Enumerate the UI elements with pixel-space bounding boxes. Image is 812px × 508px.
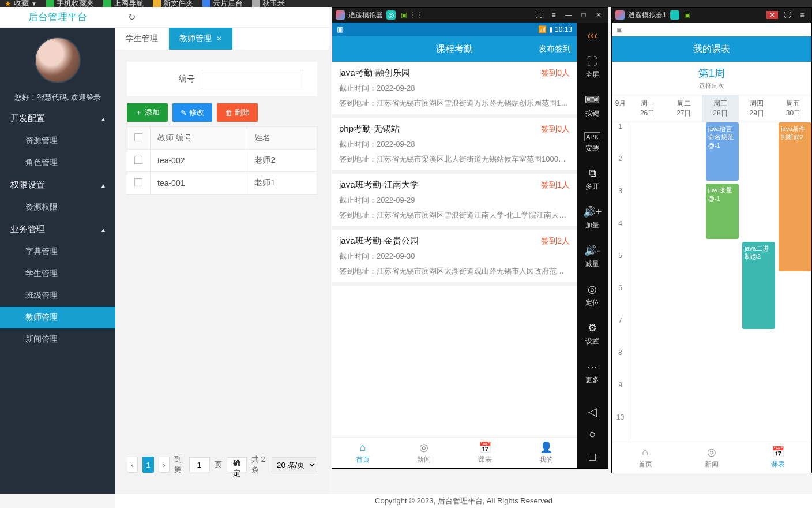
- rail-location[interactable]: ◎定位: [585, 283, 599, 308]
- page-next[interactable]: ›: [159, 457, 170, 473]
- android-icon: ▣: [683, 10, 692, 20]
- android-back-icon[interactable]: ◁: [588, 400, 597, 423]
- table-row[interactable]: tea-001 老师1: [127, 172, 317, 195]
- menu-group-perm[interactable]: 权限设置▴: [0, 174, 115, 196]
- add-button[interactable]: ＋ 添加: [127, 103, 168, 122]
- maximize-icon[interactable]: □: [578, 11, 589, 19]
- page-number[interactable]: 1: [142, 457, 153, 473]
- page-goto-input[interactable]: [189, 457, 210, 472]
- nav-news[interactable]: ◎新闻: [678, 442, 745, 473]
- rail-voldown[interactable]: 🔊-减量: [584, 244, 600, 269]
- rail-install[interactable]: APK安装: [584, 132, 600, 154]
- course-block[interactable]: java条件判断@2: [779, 122, 811, 271]
- attendance-list[interactable]: java考勤-融创乐园签到0人 截止时间：2022-09-28 签到地址：江苏省…: [332, 62, 577, 320]
- sidebar-item-news[interactable]: 新闻管理: [0, 328, 115, 350]
- nav-schedule[interactable]: 📅课表: [454, 438, 516, 468]
- rail-fullscreen[interactable]: ⛶全屏: [585, 55, 599, 80]
- rail-multi[interactable]: ⧉多开: [585, 167, 599, 192]
- footer: Copyright © 2023, 后台管理平台, All Rights Res…: [115, 494, 812, 508]
- nav-news[interactable]: ◎新闻: [393, 438, 454, 468]
- app-header: 我的课表: [612, 36, 811, 62]
- rail-collapse[interactable]: ‹‹‹: [587, 29, 597, 42]
- page-prev[interactable]: ‹: [127, 457, 138, 473]
- android-home-icon[interactable]: ○: [589, 423, 596, 446]
- checkbox-all[interactable]: [134, 133, 142, 141]
- emulator-titlebar[interactable]: 逍遥模拟器1 ▣ ✕ ⛶ ≡: [612, 8, 811, 23]
- tab-teacher[interactable]: 教师管理✕: [169, 28, 233, 50]
- emulator-window-2: 逍遥模拟器1 ▣ ✕ ⛶ ≡ ▣ 我的课表 第1周 选择周次 9月 周一26日 …: [611, 7, 812, 473]
- delete-button[interactable]: 🗑 删除: [217, 103, 258, 122]
- sidebar-item-teacher[interactable]: 教师管理: [0, 307, 115, 328]
- schedule-grid[interactable]: 12 34 56 78 910 java语言命名规范@-1 java变量@-1 …: [612, 122, 811, 446]
- multi-instance-icon[interactable]: [670, 10, 679, 20]
- close-icon[interactable]: ✕: [766, 11, 778, 19]
- course-block[interactable]: java语言命名规范@-1: [706, 122, 739, 181]
- sidebar: 您好！智慧代码, 欢迎登录 开发配置▴ 资源管理 角色管理 权限设置▴ 资源权限…: [0, 28, 115, 494]
- bookmark-item[interactable]: 新文件夹: [153, 0, 193, 7]
- refresh-icon[interactable]: ↻: [128, 12, 136, 23]
- fullscreen-icon[interactable]: ⛶: [781, 11, 793, 19]
- welcome-text: 您好！智慧代码, 欢迎登录: [14, 92, 101, 103]
- home-icon: ⌂: [360, 442, 366, 454]
- nav-schedule[interactable]: 📅课表: [745, 442, 811, 473]
- news-icon: ◎: [707, 446, 716, 458]
- rail-settings[interactable]: ⚙设置: [585, 322, 599, 346]
- bottom-nav: ⌂首页 ◎新闻 📅课表 👤我的: [332, 437, 577, 468]
- list-item[interactable]: java考勤-融创乐园签到0人 截止时间：2022-09-28 签到地址：江苏省…: [332, 62, 577, 118]
- list-item[interactable]: java班考勤-金贵公园签到2人 截止时间：2022-09-30 签到地址：江苏…: [332, 230, 577, 286]
- sidebar-item-dict[interactable]: 字典管理: [0, 241, 115, 263]
- nav-me[interactable]: 👤我的: [516, 438, 577, 468]
- tab-student[interactable]: 学生管理: [115, 28, 169, 50]
- sidebar-item-resperm[interactable]: 资源权限: [0, 196, 115, 218]
- sidebar-item-student[interactable]: 学生管理: [0, 263, 115, 285]
- day-col[interactable]: 周四29日: [739, 95, 775, 122]
- emulator-titlebar[interactable]: 逍遥模拟器 ◎ ▣ ⋮⋮ ⛶ ≡ — □ ✕: [332, 8, 608, 23]
- menu-group-biz[interactable]: 业务管理▴: [0, 218, 115, 241]
- course-block[interactable]: java二进制@2: [742, 242, 775, 329]
- close-icon[interactable]: ✕: [593, 11, 604, 19]
- course-block[interactable]: java变量@-1: [706, 184, 739, 238]
- nav-home[interactable]: ⌂首页: [612, 442, 678, 473]
- search-input[interactable]: [201, 70, 304, 88]
- table-row[interactable]: tea-002 老师2: [127, 150, 317, 172]
- list-item[interactable]: php考勤-无锡站签到0人 截止时间：2022-09-28 签到地址：江苏省无锡…: [332, 118, 577, 174]
- day-col[interactable]: 周二27日: [666, 95, 702, 122]
- menu-group-dev[interactable]: 开发配置▴: [0, 107, 115, 130]
- checkbox[interactable]: [134, 156, 142, 164]
- page-size-select[interactable]: 20 条/页: [272, 457, 317, 472]
- fullscreen-icon[interactable]: ⛶: [533, 11, 544, 19]
- bookmark-item[interactable]: 手机收藏夹: [46, 0, 94, 7]
- sidebar-item-resource[interactable]: 资源管理: [0, 130, 115, 152]
- wifi-icon: 📶: [538, 25, 547, 33]
- nav-home[interactable]: ⌂首页: [332, 438, 393, 468]
- android-recent-icon[interactable]: □: [589, 446, 596, 468]
- day-col[interactable]: 周三28日: [702, 95, 738, 122]
- admin-panel: 后台管理平台 ↻ 您好！智慧代码, 欢迎登录 开发配置▴ 资源管理 角色管理 权…: [0, 7, 329, 494]
- bookmark-item[interactable]: 云片后台: [202, 0, 243, 7]
- sidebar-item-role[interactable]: 角色管理: [0, 152, 115, 174]
- apps-icon[interactable]: ⋮⋮: [412, 10, 421, 20]
- checkbox[interactable]: [134, 178, 142, 186]
- edit-button[interactable]: ✎ 修改: [172, 103, 212, 122]
- bookmark-item[interactable]: 上网导航: [103, 0, 144, 7]
- rail-volup[interactable]: 🔊+加量: [583, 206, 602, 230]
- menu-icon[interactable]: ≡: [548, 11, 559, 19]
- bookmark-item[interactable]: 秋玉米: [252, 0, 285, 7]
- list-item[interactable]: java班考勤-江南大学签到1人 截止时间：2022-09-29 签到地址：江苏…: [332, 174, 577, 230]
- rail-keys[interactable]: ⌨按键: [585, 94, 600, 118]
- week-selector[interactable]: 第1周 选择周次: [612, 62, 811, 95]
- publish-button[interactable]: 发布签到: [539, 44, 571, 54]
- sidebar-item-class[interactable]: 班级管理: [0, 285, 115, 307]
- day-col[interactable]: 周一26日: [629, 95, 666, 122]
- home-icon: ⌂: [642, 446, 648, 458]
- avatar[interactable]: [35, 37, 81, 83]
- rail-more[interactable]: ⋯更多: [585, 360, 599, 385]
- multi-instance-icon[interactable]: ◎: [386, 10, 396, 20]
- bookmark-fav[interactable]: ★收藏 ▼: [5, 0, 37, 7]
- menu-icon[interactable]: ≡: [796, 11, 808, 19]
- page-confirm-button[interactable]: 确定: [227, 457, 247, 472]
- browser-bookmarks-bar: ★收藏 ▼ 手机收藏夹 上网导航 新文件夹 云片后台 秋玉米: [0, 0, 812, 7]
- close-icon[interactable]: ✕: [216, 35, 222, 43]
- minimize-icon[interactable]: —: [563, 11, 574, 19]
- day-col[interactable]: 周五30日: [775, 95, 811, 122]
